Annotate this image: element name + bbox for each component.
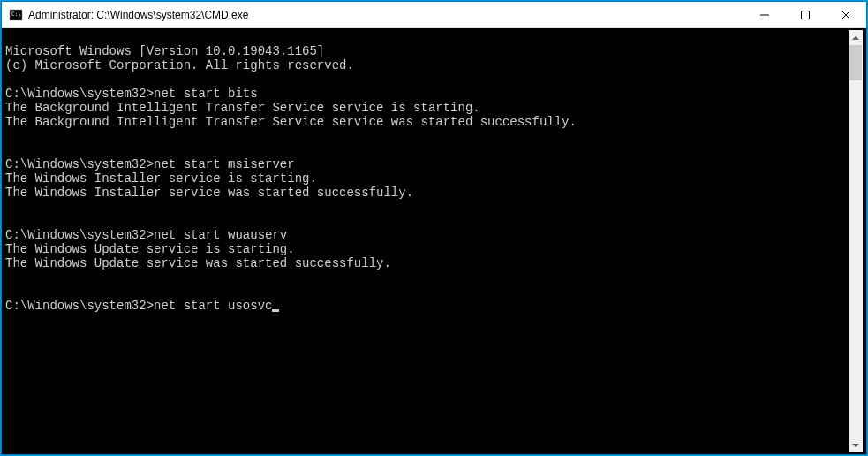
prompt: C:\Windows\system32> [5,299,154,313]
terminal-line: The Background Intelligent Transfer Serv… [5,101,849,115]
terminal-line [5,129,849,143]
terminal-line: C:\Windows\system32>net start msiserver [5,157,849,171]
titlebar[interactable]: C:\ Administrator: C:\Windows\system32\C… [2,2,866,28]
prompt: C:\Windows\system32> [5,228,154,242]
terminal-line [5,72,849,87]
prompt: C:\Windows\system32> [5,87,154,101]
cursor [272,309,279,312]
terminal-line: The Windows Update service was started s… [5,256,849,270]
terminal-line: The Windows Installer service is startin… [5,171,849,186]
command-text: net start msiserver [154,157,295,171]
close-button[interactable] [826,2,866,27]
terminal-line [5,214,849,228]
maximize-button[interactable] [785,2,826,27]
terminal-line: Microsoft Windows [Version 10.0.19043.11… [5,44,849,58]
terminal-content: Microsoft Windows [Version 10.0.19043.11… [5,30,849,452]
scroll-up-arrow[interactable] [849,30,863,45]
terminal-line: (c) Microsoft Corporation. All rights re… [5,58,849,72]
scrollbar-thumb[interactable] [849,45,862,80]
window-title: Administrator: C:\Windows\system32\CMD.e… [28,9,744,21]
command-text: net start usosvc [154,299,272,313]
minimize-button[interactable] [744,2,785,27]
terminal-line: C:\Windows\system32>net start bits [5,87,849,101]
terminal-line [5,285,849,299]
terminal-line: C:\Windows\system32>net start usosvc [5,299,849,313]
command-text: net start bits [154,87,258,101]
cmd-window: C:\ Administrator: C:\Windows\system32\C… [1,1,867,455]
terminal-line: C:\Windows\system32>net start wuauserv [5,228,849,242]
command-text: net start wuauserv [154,228,287,242]
terminal-line [5,143,849,157]
terminal-line: The Windows Installer service was starte… [5,186,849,200]
terminal-line: The Background Intelligent Transfer Serv… [5,115,849,129]
app-icon: C:\ [9,8,23,22]
window-controls [744,2,866,27]
terminal[interactable]: Microsoft Windows [Version 10.0.19043.11… [2,28,866,454]
svg-marker-6 [852,36,859,40]
terminal-line [5,200,849,214]
terminal-line: The Windows Update service is starting. [5,242,849,256]
svg-rect-3 [802,11,810,19]
terminal-line [5,270,849,285]
vertical-scrollbar[interactable] [849,30,863,452]
scroll-down-arrow[interactable] [849,437,863,452]
svg-text:C:\: C:\ [11,11,21,17]
prompt: C:\Windows\system32> [5,157,154,171]
svg-marker-7 [852,444,859,447]
